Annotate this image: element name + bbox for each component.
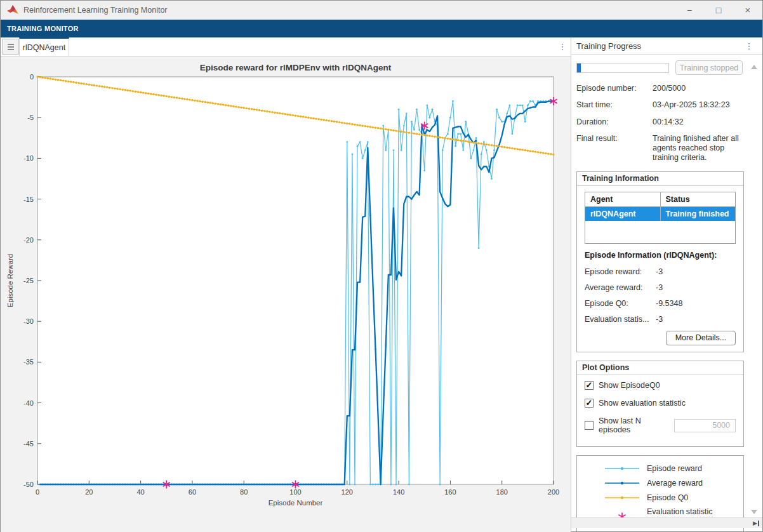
agent-column-header: Agent bbox=[585, 192, 661, 206]
progress-fill bbox=[577, 63, 581, 72]
line-marker-icon bbox=[604, 478, 640, 488]
training-information-title: Training Information bbox=[577, 172, 743, 186]
window-title: Reinforcement Learning Training Monitor bbox=[23, 6, 168, 15]
svg-text:-30: -30 bbox=[23, 317, 34, 325]
agent-status-table: Agent Status rlDQNAgent Training finishe… bbox=[585, 192, 736, 244]
legend-label: Episode reward bbox=[647, 464, 736, 474]
skip-end-icon[interactable]: ▶ bbox=[753, 521, 759, 526]
svg-text:200: 200 bbox=[548, 488, 559, 496]
status-column-header: Status bbox=[660, 192, 736, 206]
svg-text:-25: -25 bbox=[23, 277, 34, 284]
document-area: rlDQNAgent ⋮ 020406080100120140160180200… bbox=[1, 37, 571, 531]
training-information-section: Training Information Agent Status rlDQNA… bbox=[576, 171, 744, 353]
svg-text:0: 0 bbox=[36, 488, 39, 496]
svg-text:180: 180 bbox=[496, 488, 508, 496]
more-details-button[interactable]: More Details... bbox=[666, 331, 736, 345]
toolstrip: TRAINING MONITOR bbox=[1, 20, 762, 37]
episode-reward-plot: 0204060801001201401601802000-5-10-15-20-… bbox=[1, 57, 571, 532]
final-result-label: Final result: bbox=[576, 134, 653, 163]
plot-options-title: Plot Options bbox=[577, 361, 743, 375]
svg-text:60: 60 bbox=[189, 488, 196, 496]
agent-cell[interactable]: rlDQNAgent bbox=[585, 206, 661, 221]
show-last-n-episodes-label: Show last N episodes bbox=[599, 416, 674, 434]
legend-item: Episode Q0 bbox=[604, 493, 743, 503]
svg-text:0: 0 bbox=[30, 73, 34, 81]
panel-title: Training Progress bbox=[576, 41, 641, 51]
svg-text:-5: -5 bbox=[27, 114, 34, 121]
show-episodeq0-checkbox[interactable] bbox=[585, 381, 594, 390]
svg-text:-35: -35 bbox=[23, 358, 34, 366]
document-grid-icon[interactable] bbox=[2, 39, 19, 55]
svg-text:Episode reward for rlMDPEnv wi: Episode reward for rlMDPEnv with rlDQNAg… bbox=[200, 63, 392, 72]
last-n-episodes-input[interactable] bbox=[674, 419, 736, 432]
average-reward-label: Average reward: bbox=[585, 283, 656, 292]
episode-information-title: Episode Information (rlDQNAgent): bbox=[585, 251, 736, 260]
svg-text:-10: -10 bbox=[23, 154, 34, 162]
matlab-icon bbox=[7, 5, 18, 15]
minimize-icon[interactable]: − bbox=[675, 1, 704, 19]
app-window: Reinforcement Learning Training Monitor … bbox=[0, 0, 763, 532]
episode-q0-value: -9.5348 bbox=[656, 299, 682, 308]
show-last-n-episodes-checkbox[interactable] bbox=[585, 421, 594, 430]
maximize-icon[interactable]: □ bbox=[704, 1, 733, 19]
show-evaluation-statistic-label: Show evaluation statistic bbox=[599, 399, 686, 408]
plot-options-section: Plot Options Show EpisodeQ0 Show evaluat… bbox=[576, 361, 744, 447]
training-progress-panel: Training Progress ⋮ Training stopped Epi… bbox=[571, 37, 762, 531]
svg-text:160: 160 bbox=[444, 488, 456, 496]
svg-text:100: 100 bbox=[289, 488, 301, 496]
scroll-up-icon[interactable] bbox=[751, 65, 757, 69]
svg-text:-15: -15 bbox=[23, 196, 34, 203]
scroll-down-icon[interactable] bbox=[751, 510, 757, 514]
legend-item: Average reward bbox=[604, 478, 743, 488]
titlebar: Reinforcement Learning Training Monitor … bbox=[1, 1, 762, 20]
svg-text:140: 140 bbox=[393, 488, 404, 496]
window-controls: − □ × bbox=[675, 1, 762, 19]
tabstrip-menu-icon[interactable]: ⋮ bbox=[554, 37, 571, 56]
status-cell[interactable]: Training finished bbox=[660, 206, 736, 221]
svg-text:40: 40 bbox=[136, 488, 144, 496]
svg-text:120: 120 bbox=[342, 488, 353, 496]
panel-menu-icon[interactable]: ⋮ bbox=[741, 41, 757, 51]
show-episodeq0-label: Show EpisodeQ0 bbox=[599, 381, 660, 390]
svg-text:-20: -20 bbox=[23, 236, 34, 244]
average-reward-value: -3 bbox=[656, 283, 663, 292]
panel-body: Training stopped Episode number: 200/500… bbox=[571, 55, 762, 531]
episode-q0-label: Episode Q0: bbox=[585, 299, 656, 308]
episode-number-label: Episode number: bbox=[576, 84, 653, 93]
panel-header: Training Progress ⋮ bbox=[571, 37, 762, 55]
start-time-label: Start time: bbox=[576, 100, 653, 110]
document-tabstrip: rlDQNAgent ⋮ bbox=[1, 37, 571, 57]
svg-text:80: 80 bbox=[240, 488, 248, 496]
episode-reward-label: Episode reward: bbox=[585, 267, 656, 276]
training-chart: 0204060801001201401601802000-5-10-15-20-… bbox=[1, 57, 571, 532]
toolstrip-tab-training-monitor[interactable]: TRAINING MONITOR bbox=[7, 25, 79, 32]
training-stopped-button[interactable]: Training stopped bbox=[675, 60, 743, 75]
evaluation-statistic-label: Evaluation statis... bbox=[585, 315, 656, 324]
final-result-value: Training finished after all agents reach… bbox=[653, 134, 752, 163]
svg-text:-40: -40 bbox=[23, 399, 34, 407]
svg-text:Episode Number: Episode Number bbox=[269, 499, 323, 507]
table-row[interactable]: rlDQNAgent Training finished bbox=[585, 206, 736, 221]
training-progress-bar bbox=[576, 63, 669, 73]
duration-label: Duration: bbox=[576, 117, 653, 127]
tab-rldqnagent[interactable]: rlDQNAgent bbox=[19, 37, 69, 56]
episode-reward-value: -3 bbox=[656, 267, 663, 276]
line-marker-icon bbox=[604, 463, 640, 474]
svg-text:20: 20 bbox=[85, 488, 93, 496]
legend-label: Episode Q0 bbox=[647, 493, 736, 503]
line-marker-icon bbox=[604, 493, 640, 503]
evaluation-statistic-value: -3 bbox=[656, 315, 663, 324]
episode-number-value: 200/5000 bbox=[653, 84, 752, 93]
svg-text:-50: -50 bbox=[23, 481, 34, 488]
horizontal-scrollbar[interactable]: ▶ bbox=[571, 517, 762, 528]
close-icon[interactable]: × bbox=[733, 1, 762, 19]
legend-label: Average reward bbox=[647, 479, 736, 488]
legend-item: Episode reward bbox=[604, 463, 743, 474]
svg-text:-45: -45 bbox=[23, 440, 34, 448]
svg-text:Episode Reward: Episode Reward bbox=[6, 254, 14, 307]
show-evaluation-statistic-checkbox[interactable] bbox=[585, 399, 594, 408]
start-time-value: 03-Apr-2025 18:32:23 bbox=[653, 100, 752, 110]
duration-value: 00:14:32 bbox=[653, 117, 752, 127]
